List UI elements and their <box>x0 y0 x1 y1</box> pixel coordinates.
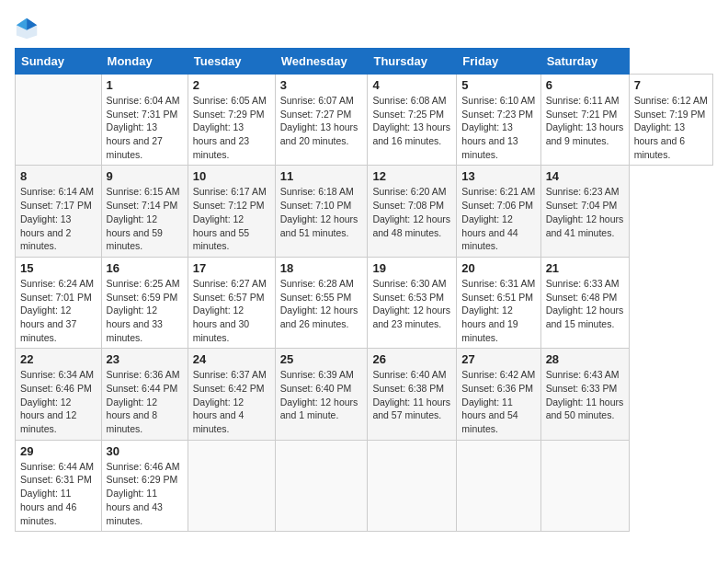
day-number: 21 <box>546 261 624 275</box>
calendar-cell: 17Sunrise: 6:27 AMSunset: 6:57 PMDayligh… <box>188 257 275 348</box>
day-info: Sunrise: 6:43 AMSunset: 6:33 PMDaylight:… <box>546 368 624 422</box>
day-number: 17 <box>193 261 270 275</box>
calendar-cell: 9Sunrise: 6:15 AMSunset: 7:14 PMDaylight… <box>101 166 188 257</box>
day-number: 12 <box>372 169 451 183</box>
calendar-cell: 3Sunrise: 6:07 AMSunset: 7:27 PMDaylight… <box>275 75 368 166</box>
day-number: 4 <box>372 78 451 92</box>
day-of-week-header: Wednesday <box>275 49 368 75</box>
day-number: 28 <box>546 352 624 366</box>
day-info: Sunrise: 6:28 AMSunset: 6:55 PMDaylight:… <box>280 277 363 331</box>
day-of-week-header: Monday <box>101 49 188 75</box>
day-of-week-header: Tuesday <box>188 49 275 75</box>
day-info: Sunrise: 6:04 AMSunset: 7:31 PMDaylight:… <box>107 94 183 161</box>
day-info: Sunrise: 6:34 AMSunset: 6:46 PMDaylight:… <box>20 368 97 435</box>
calendar-cell: 26Sunrise: 6:40 AMSunset: 6:38 PMDayligh… <box>368 349 457 440</box>
day-info: Sunrise: 6:42 AMSunset: 6:36 PMDaylight:… <box>461 368 535 435</box>
calendar-cell: 30Sunrise: 6:46 AMSunset: 6:29 PMDayligh… <box>101 440 188 531</box>
day-info: Sunrise: 6:46 AMSunset: 6:29 PMDaylight:… <box>107 460 183 527</box>
day-number: 24 <box>193 352 270 366</box>
calendar-cell: 19Sunrise: 6:30 AMSunset: 6:53 PMDayligh… <box>368 257 457 348</box>
day-info: Sunrise: 6:18 AMSunset: 7:10 PMDaylight:… <box>280 185 363 239</box>
day-number: 6 <box>546 78 624 92</box>
day-number: 1 <box>107 78 183 92</box>
calendar-cell: 16Sunrise: 6:25 AMSunset: 6:59 PMDayligh… <box>101 257 188 348</box>
calendar-week-row: 8Sunrise: 6:14 AMSunset: 7:17 PMDaylight… <box>16 166 713 257</box>
day-info: Sunrise: 6:23 AMSunset: 7:04 PMDaylight:… <box>546 185 624 239</box>
calendar-week-row: 1Sunrise: 6:04 AMSunset: 7:31 PMDaylight… <box>16 75 713 166</box>
day-number: 26 <box>372 352 451 366</box>
day-number: 23 <box>107 352 183 366</box>
calendar-cell <box>275 440 368 531</box>
day-info: Sunrise: 6:44 AMSunset: 6:31 PMDaylight:… <box>20 460 97 527</box>
calendar-cell <box>16 75 102 166</box>
calendar-cell: 4Sunrise: 6:08 AMSunset: 7:25 PMDaylight… <box>368 75 457 166</box>
day-info: Sunrise: 6:17 AMSunset: 7:12 PMDaylight:… <box>193 185 270 252</box>
calendar-cell: 12Sunrise: 6:20 AMSunset: 7:08 PMDayligh… <box>368 166 457 257</box>
day-number: 15 <box>20 261 97 275</box>
calendar-cell: 28Sunrise: 6:43 AMSunset: 6:33 PMDayligh… <box>540 349 629 440</box>
page-header <box>15 15 713 40</box>
calendar-cell: 1Sunrise: 6:04 AMSunset: 7:31 PMDaylight… <box>101 75 188 166</box>
calendar-table: SundayMondayTuesdayWednesdayThursdayFrid… <box>15 48 713 532</box>
calendar-cell: 10Sunrise: 6:17 AMSunset: 7:12 PMDayligh… <box>188 166 275 257</box>
day-info: Sunrise: 6:33 AMSunset: 6:48 PMDaylight:… <box>546 277 624 331</box>
calendar-cell: 29Sunrise: 6:44 AMSunset: 6:31 PMDayligh… <box>16 440 102 531</box>
calendar-cell: 5Sunrise: 6:10 AMSunset: 7:23 PMDaylight… <box>457 75 540 166</box>
day-info: Sunrise: 6:24 AMSunset: 7:01 PMDaylight:… <box>20 277 97 344</box>
calendar-cell: 22Sunrise: 6:34 AMSunset: 6:46 PMDayligh… <box>16 349 102 440</box>
calendar-cell: 23Sunrise: 6:36 AMSunset: 6:44 PMDayligh… <box>101 349 188 440</box>
calendar-cell: 24Sunrise: 6:37 AMSunset: 6:42 PMDayligh… <box>188 349 275 440</box>
day-info: Sunrise: 6:10 AMSunset: 7:23 PMDaylight:… <box>461 94 535 161</box>
calendar-week-row: 15Sunrise: 6:24 AMSunset: 7:01 PMDayligh… <box>16 257 713 348</box>
calendar-cell <box>368 440 457 531</box>
day-number: 2 <box>193 78 270 92</box>
day-number: 22 <box>20 352 97 366</box>
day-info: Sunrise: 6:11 AMSunset: 7:21 PMDaylight:… <box>546 94 624 148</box>
day-number: 11 <box>280 169 363 183</box>
day-number: 9 <box>107 169 183 183</box>
calendar-cell: 6Sunrise: 6:11 AMSunset: 7:21 PMDaylight… <box>540 75 629 166</box>
day-number: 27 <box>461 352 535 366</box>
day-number: 13 <box>461 169 535 183</box>
day-info: Sunrise: 6:05 AMSunset: 7:29 PMDaylight:… <box>193 94 270 161</box>
day-number: 3 <box>280 78 363 92</box>
calendar-cell: 13Sunrise: 6:21 AMSunset: 7:06 PMDayligh… <box>457 166 540 257</box>
day-number: 30 <box>107 444 183 458</box>
calendar-cell: 15Sunrise: 6:24 AMSunset: 7:01 PMDayligh… <box>16 257 102 348</box>
calendar-cell: 20Sunrise: 6:31 AMSunset: 6:51 PMDayligh… <box>457 257 540 348</box>
calendar-cell: 21Sunrise: 6:33 AMSunset: 6:48 PMDayligh… <box>540 257 629 348</box>
day-number: 7 <box>634 78 708 92</box>
day-number: 8 <box>20 169 97 183</box>
calendar-cell: 11Sunrise: 6:18 AMSunset: 7:10 PMDayligh… <box>275 166 368 257</box>
day-info: Sunrise: 6:30 AMSunset: 6:53 PMDaylight:… <box>372 277 451 331</box>
calendar-cell: 25Sunrise: 6:39 AMSunset: 6:40 PMDayligh… <box>275 349 368 440</box>
calendar-week-row: 22Sunrise: 6:34 AMSunset: 6:46 PMDayligh… <box>16 349 713 440</box>
calendar-cell: 27Sunrise: 6:42 AMSunset: 6:36 PMDayligh… <box>457 349 540 440</box>
day-number: 29 <box>20 444 97 458</box>
day-of-week-header: Thursday <box>368 49 457 75</box>
day-number: 14 <box>546 169 624 183</box>
day-number: 25 <box>280 352 363 366</box>
calendar-cell: 2Sunrise: 6:05 AMSunset: 7:29 PMDaylight… <box>188 75 275 166</box>
day-info: Sunrise: 6:08 AMSunset: 7:25 PMDaylight:… <box>372 94 451 148</box>
day-of-week-header: Sunday <box>16 49 102 75</box>
day-number: 19 <box>372 261 451 275</box>
logo <box>15 15 44 40</box>
day-info: Sunrise: 6:31 AMSunset: 6:51 PMDaylight:… <box>461 277 535 344</box>
day-info: Sunrise: 6:21 AMSunset: 7:06 PMDaylight:… <box>461 185 535 252</box>
day-number: 10 <box>193 169 270 183</box>
calendar-header-row: SundayMondayTuesdayWednesdayThursdayFrid… <box>16 49 713 75</box>
calendar-cell: 18Sunrise: 6:28 AMSunset: 6:55 PMDayligh… <box>275 257 368 348</box>
day-info: Sunrise: 6:07 AMSunset: 7:27 PMDaylight:… <box>280 94 363 148</box>
day-info: Sunrise: 6:36 AMSunset: 6:44 PMDaylight:… <box>107 368 183 435</box>
calendar-week-row: 29Sunrise: 6:44 AMSunset: 6:31 PMDayligh… <box>16 440 713 531</box>
day-info: Sunrise: 6:12 AMSunset: 7:19 PMDaylight:… <box>634 94 708 161</box>
day-number: 20 <box>461 261 535 275</box>
day-number: 5 <box>461 78 535 92</box>
calendar-cell <box>188 440 275 531</box>
calendar-cell <box>540 440 629 531</box>
day-info: Sunrise: 6:14 AMSunset: 7:17 PMDaylight:… <box>20 185 97 252</box>
day-info: Sunrise: 6:40 AMSunset: 6:38 PMDaylight:… <box>372 368 451 422</box>
day-of-week-header: Friday <box>457 49 540 75</box>
day-info: Sunrise: 6:39 AMSunset: 6:40 PMDaylight:… <box>280 368 363 422</box>
